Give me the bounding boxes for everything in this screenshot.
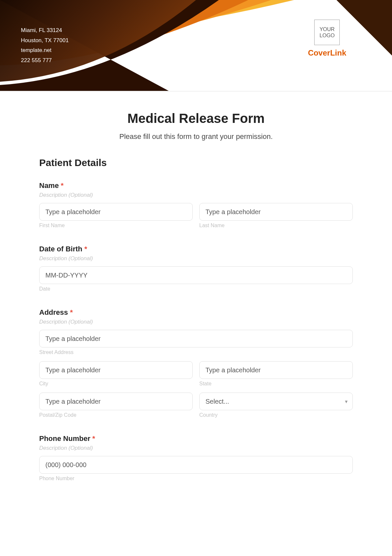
required-icon: *: [84, 245, 87, 253]
dob-sublabel: Date: [39, 286, 353, 292]
name-label-text: Name: [39, 181, 59, 190]
chevron-down-icon: ▾: [345, 398, 348, 405]
name-desc: Description (Optional): [39, 192, 353, 198]
required-icon: *: [92, 434, 95, 443]
required-icon: *: [61, 181, 64, 190]
state-sublabel: State: [199, 381, 353, 387]
phone-sublabel: Phone Number: [39, 476, 353, 481]
section-patient-details: Patient Details: [39, 157, 353, 168]
header-line-1: Miami, FL 33124: [21, 25, 69, 36]
logo-area: YOUR LOGO CoverLink: [308, 20, 346, 58]
last-name-input[interactable]: [199, 203, 353, 221]
field-name: Name * Description (Optional) First Name…: [39, 181, 353, 228]
last-name-sublabel: Last Name: [199, 223, 353, 228]
street-sublabel: Street Address: [39, 349, 353, 355]
first-name-input[interactable]: [39, 203, 193, 221]
country-sublabel: Country: [199, 412, 353, 418]
phone-desc: Description (Optional): [39, 445, 353, 451]
first-name-sublabel: First Name: [39, 223, 193, 228]
phone-label-text: Phone Number: [39, 434, 90, 443]
street-input[interactable]: [39, 330, 353, 347]
header-line-3: template.net: [21, 45, 69, 56]
brand-name: CoverLink: [308, 48, 346, 58]
header-line-4: 222 555 777: [21, 56, 69, 66]
address-desc: Description (Optional): [39, 319, 353, 325]
name-label: Name *: [39, 181, 353, 190]
header-line-2: Houston, TX 77001: [21, 36, 69, 46]
dob-input[interactable]: [39, 266, 353, 284]
address-label: Address *: [39, 308, 353, 317]
header-banner: Miami, FL 33124 Houston, TX 77001 templa…: [0, 0, 392, 92]
logo-placeholder: YOUR LOGO: [314, 20, 340, 45]
city-sublabel: City: [39, 381, 193, 387]
page-title: Medical Release Form: [39, 111, 353, 126]
required-icon: *: [70, 308, 73, 316]
header-contact: Miami, FL 33124 Houston, TX 77001 templa…: [21, 25, 69, 65]
form-content: Medical Release Form Please fill out thi…: [0, 92, 392, 498]
postal-input[interactable]: [39, 393, 193, 410]
postal-sublabel: Postal/Zip Code: [39, 412, 193, 418]
phone-input[interactable]: [39, 456, 353, 474]
dob-label: Date of Birth *: [39, 245, 353, 253]
address-label-text: Address: [39, 308, 68, 316]
dob-desc: Description (Optional): [39, 255, 353, 262]
field-phone: Phone Number * Description (Optional) Ph…: [39, 434, 353, 481]
page-subtitle: Please fill out this form to grant your …: [39, 132, 353, 141]
country-select[interactable]: [199, 393, 353, 410]
city-input[interactable]: [39, 361, 193, 379]
field-dob: Date of Birth * Description (Optional) D…: [39, 245, 353, 292]
phone-label: Phone Number *: [39, 434, 353, 443]
field-address: Address * Description (Optional) Street …: [39, 308, 353, 418]
dob-label-text: Date of Birth: [39, 245, 82, 253]
svg-rect-0: [0, 91, 392, 92]
state-input[interactable]: [199, 361, 353, 379]
